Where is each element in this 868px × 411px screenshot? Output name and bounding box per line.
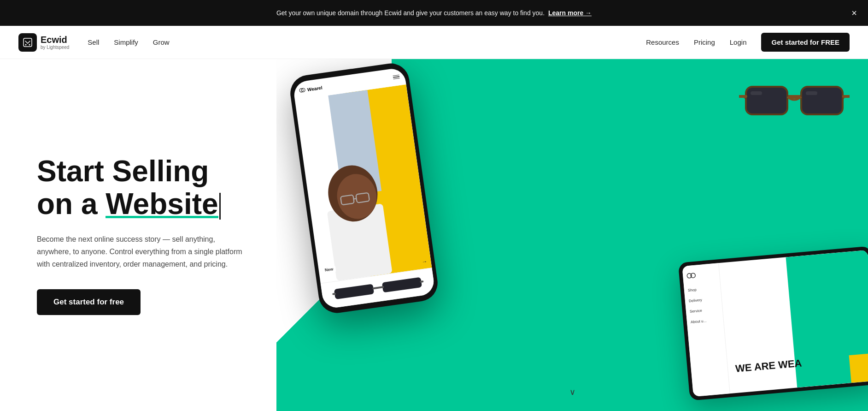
logo-sub: by Lightspeed [41, 45, 69, 50]
phone-arrow-icon: → [422, 258, 428, 265]
hero-cta-button[interactable]: Get started for free [37, 289, 141, 315]
phone-image-area: New → [295, 84, 432, 283]
nav-cta-button[interactable]: Get started for FREE [761, 33, 850, 52]
nav-left-links: Sell Simplify Grow [88, 38, 169, 46]
svg-point-2 [29, 44, 30, 45]
banner-learn-more-link[interactable]: Learn more → [548, 9, 592, 17]
logo-name: Ecwid [41, 35, 69, 45]
svg-point-1 [25, 44, 27, 45]
tablet-yellow-shape [849, 353, 868, 383]
phone-menu-icon [393, 75, 400, 79]
tablet-screen: Shop Delivery Service About u... WE ARE … [682, 250, 868, 397]
scroll-indicator[interactable]: ∨ [569, 387, 575, 397]
svg-point-26 [691, 273, 696, 278]
nav-link-login[interactable]: Login [730, 38, 747, 46]
hero-section: Start Selling on a Website Become the ne… [0, 59, 868, 411]
nav-link-pricing[interactable]: Pricing [694, 38, 715, 46]
hero-content: Start Selling on a Website Become the ne… [0, 59, 276, 411]
nav-link-resources[interactable]: Resources [646, 38, 679, 46]
hero-title: Start Selling on a Website [37, 155, 249, 220]
hero-title-line1: Start Selling [37, 155, 209, 188]
logo-icon [18, 33, 37, 52]
svg-line-19 [354, 199, 357, 199]
banner-close-button[interactable]: × [851, 8, 857, 18]
svg-rect-21 [382, 277, 422, 293]
tablet-nav-shop: Shop [687, 285, 717, 294]
hero-cursor [219, 193, 221, 220]
tablet-hero-text: WE ARE WEA [735, 357, 802, 375]
tablet-main: WE ARE WEA [719, 250, 868, 393]
svg-rect-8 [739, 95, 747, 98]
logo-text: Ecwid by Lightspeed [41, 35, 69, 50]
svg-rect-11 [806, 91, 817, 95]
scroll-chevron-icon: ∨ [569, 387, 575, 397]
nav-link-simplify[interactable]: Simplify [114, 38, 138, 46]
hero-title-line2-prefix: on a [37, 187, 106, 220]
svg-rect-20 [334, 284, 374, 299]
phone-store-logo: Wearel [299, 84, 323, 94]
svg-rect-4 [746, 87, 787, 114]
hero-description: Become the next online success story — s… [37, 233, 249, 271]
svg-rect-6 [801, 87, 843, 114]
tablet-nav-service: Service [689, 306, 719, 315]
nav-right-links: Resources Pricing Login Get started for … [646, 33, 850, 52]
sunglasses-decoration [739, 77, 850, 130]
sunglasses-svg [739, 77, 850, 128]
tablet-store-logo [686, 271, 716, 280]
svg-rect-10 [751, 91, 762, 95]
navbar: Ecwid by Lightspeed Sell Simplify Grow R… [0, 26, 868, 59]
nav-link-grow[interactable]: Grow [153, 38, 170, 46]
hero-visual: Wearel [276, 59, 868, 411]
top-banner: Get your own unique domain through Ecwid… [0, 0, 868, 26]
phone-store-name: Wearel [307, 85, 323, 92]
tablet-nav-about: About u... [690, 316, 720, 326]
tablet-mockup: Shop Delivery Service About u... WE ARE … [678, 246, 868, 400]
logo[interactable]: Ecwid by Lightspeed [18, 33, 69, 52]
nav-link-sell[interactable]: Sell [88, 38, 99, 46]
svg-rect-0 [23, 38, 32, 47]
svg-rect-9 [842, 95, 850, 98]
svg-rect-22 [372, 286, 384, 289]
banner-text: Get your own unique domain through Ecwid… [276, 9, 592, 17]
hero-title-highlight: Website [106, 188, 218, 220]
tablet-nav-delivery: Delivery [688, 295, 718, 304]
